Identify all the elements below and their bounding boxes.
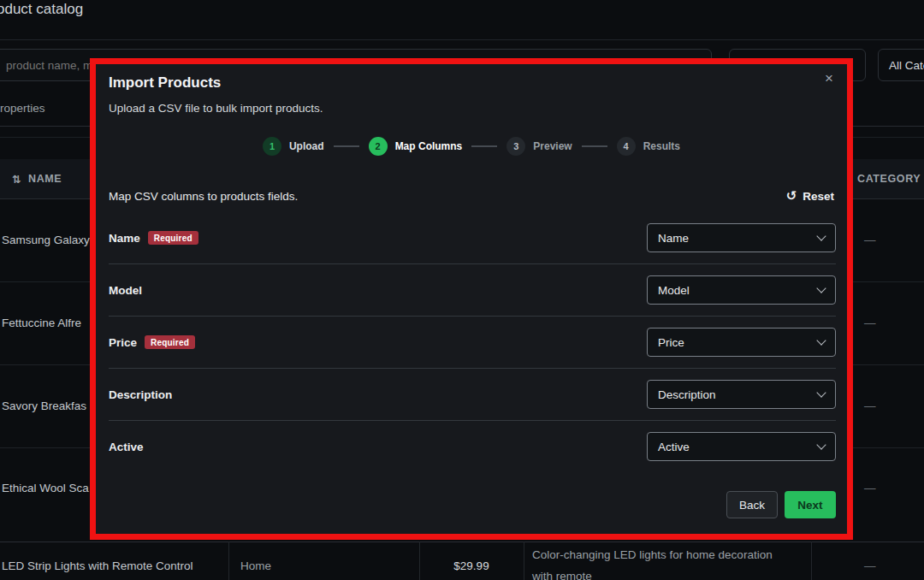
table-cell-category: — [864,399,876,412]
sort-icon[interactable]: ⇅ [12,173,21,186]
header-divider [0,39,924,40]
step-connector [334,145,359,147]
page-title: oduct catalog [0,1,83,18]
field-label-text: Price [109,336,137,349]
modal-subtitle: Upload a CSV file to bulk import product… [109,102,323,115]
table-cell-category: — [864,559,876,572]
field-label-description: Description [109,380,172,409]
step-results[interactable]: 4 Results [617,137,680,156]
field-label-text: Name [109,232,140,245]
cell-border [228,542,229,580]
step-preview[interactable]: 3 Preview [506,137,572,156]
field-label-text: Model [109,284,142,297]
step-label: Results [643,140,680,152]
category-filter-select[interactable]: All Cate [878,49,924,81]
select-value: Name [658,232,689,245]
select-price-column[interactable]: Price [647,328,836,357]
select-name-column[interactable]: Name [647,223,836,252]
field-label-model: Model [109,275,142,305]
next-button[interactable]: Next [785,491,836,518]
reset-icon: ↺ [786,188,797,204]
table-row-name[interactable]: Ethical Wool Sca [2,482,89,494]
import-stepper: 1 Upload 2 Map Columns 3 Preview 4 Resul… [96,137,847,156]
table-cell-category: — [864,482,876,494]
required-badge: Required [145,335,195,349]
cell-border [811,542,812,580]
close-icon[interactable]: × [825,71,833,86]
required-badge: Required [148,231,198,245]
row-divider [0,542,924,542]
step-number: 4 [617,137,636,156]
back-button[interactable]: Back [726,491,778,518]
chevron-down-icon [816,335,826,345]
import-products-modal: × Import Products Upload a CSV file to b… [90,58,853,540]
step-number: 2 [369,137,388,156]
properties-label: roperties [0,102,45,115]
step-label: Map Columns [395,140,463,152]
modal-title: Import Products [109,74,221,92]
step-number: 3 [506,137,525,156]
cell-border [524,542,524,580]
column-header-category[interactable]: CATEGORY [857,159,921,198]
field-label-text: Description [109,388,172,401]
table-cell-category: — [864,234,876,246]
field-label-price: Price Required [109,328,195,357]
select-value: Description [658,388,716,401]
chevron-down-icon [816,231,826,240]
table-cell-description-line1: Color-changing LED lights for home decor… [532,548,773,561]
select-value: Active [658,441,690,453]
column-header-name-label: NAME [28,173,62,185]
field-label-text: Active [109,441,144,453]
column-header-name[interactable]: ⇅ NAME [12,159,62,198]
chevron-down-icon [816,440,826,449]
table-cell-category: — [864,317,876,329]
field-divider [109,316,836,317]
step-connector [582,145,607,147]
select-value: Price [658,336,684,349]
select-value: Model [658,284,690,297]
step-map-columns[interactable]: 2 Map Columns [369,137,463,156]
field-divider [109,368,836,369]
category-filter-label: All Cate [889,59,924,72]
field-divider [109,263,836,264]
table-row-name[interactable]: Savory Breakfas [2,399,86,412]
app-root: oduct catalog All Cate roperties ⇅ NAME … [0,0,924,580]
step-upload[interactable]: 1 Upload [263,137,324,156]
step-label: Upload [289,140,324,152]
field-divider [109,420,836,421]
select-active-column[interactable]: Active [647,432,836,461]
table-cell-description-line2: with remote [532,570,592,580]
table-cell-price: $29.99 [419,559,524,572]
chevron-down-icon [816,283,826,293]
step-number: 1 [263,137,281,156]
column-header-category-label: CATEGORY [857,173,921,185]
table-row-name[interactable]: Fettuccine Alfre [2,317,81,329]
table-cell-col2: Home [240,559,271,572]
field-label-active: Active [109,432,144,461]
step-connector [471,145,497,147]
mapping-instruction: Map CSV columns to products fields. [109,190,298,203]
reset-button[interactable]: ↺ Reset [786,188,834,204]
field-label-name: Name Required [109,223,198,252]
select-model-column[interactable]: Model [647,275,836,305]
select-description-column[interactable]: Description [647,380,836,409]
step-label: Preview [533,140,572,152]
table-row-name[interactable]: Samsung Galaxy [2,234,90,246]
table-row-name[interactable]: LED Strip Lights with Remote Control [2,559,193,572]
chevron-down-icon [816,388,826,397]
reset-label: Reset [803,190,834,203]
